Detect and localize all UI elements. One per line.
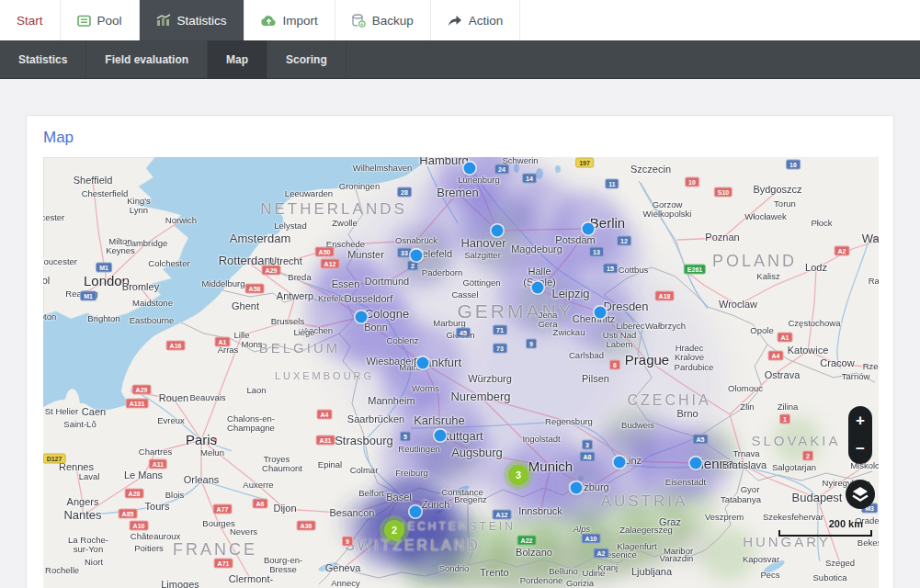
subtab-scoring[interactable]: Scoring xyxy=(267,40,346,78)
map-marker[interactable] xyxy=(411,250,423,262)
map-marker[interactable] xyxy=(356,311,368,323)
zoom-in-button[interactable]: + xyxy=(848,406,872,435)
pool-icon xyxy=(77,14,91,28)
map-cluster[interactable]: 2 xyxy=(384,520,404,540)
map-cluster[interactable]: 3 xyxy=(508,465,528,485)
card-title: Map xyxy=(43,129,877,147)
tab-label: Start xyxy=(17,14,43,28)
map-marker[interactable] xyxy=(464,163,476,175)
subtab-field-evaluation[interactable]: Field evaluation xyxy=(86,40,208,78)
map-marker[interactable] xyxy=(492,225,504,237)
tab-label: Import xyxy=(283,14,318,28)
tab-label: Action xyxy=(469,14,504,28)
subtab-map[interactable]: Map xyxy=(208,40,267,78)
scale-line xyxy=(778,530,872,537)
scale-bar: 200 km xyxy=(778,518,872,537)
map-marker[interactable] xyxy=(690,458,702,469)
tab-label: Statistics xyxy=(177,14,227,28)
tab-start[interactable]: Start xyxy=(0,0,61,40)
map-marker[interactable] xyxy=(595,307,607,319)
top-nav: StartPoolStatisticsImportBackupAction xyxy=(0,0,920,40)
map-marker[interactable] xyxy=(571,482,583,494)
tab-pool[interactable]: Pool xyxy=(61,0,140,40)
layers-button[interactable] xyxy=(846,480,875,509)
statistics-icon xyxy=(156,14,171,27)
layers-icon xyxy=(851,486,869,503)
map-marker[interactable] xyxy=(435,430,447,442)
tab-import[interactable]: Import xyxy=(244,0,335,40)
map-marker[interactable] xyxy=(410,506,422,518)
subtab-statistics[interactable]: Statistics xyxy=(0,40,86,78)
map-card: Map xyxy=(26,115,894,588)
tab-label: Backup xyxy=(372,14,414,28)
action-icon xyxy=(448,15,462,27)
backup-icon xyxy=(352,14,366,28)
map-marker[interactable] xyxy=(583,223,595,235)
map-marker[interactable] xyxy=(417,357,429,369)
tab-backup[interactable]: Backup xyxy=(335,0,431,40)
tab-action[interactable]: Action xyxy=(431,0,521,40)
map-markers: 32 xyxy=(43,157,879,588)
map-marker[interactable] xyxy=(614,457,626,469)
page-content: Map xyxy=(0,79,920,588)
scale-label: 200 km xyxy=(778,518,872,529)
zoom-control: + − xyxy=(848,406,872,464)
map[interactable]: NETHERLANDSBELGIUMLUXEMBOURGGERMANYFRANC… xyxy=(43,157,879,588)
tab-statistics[interactable]: Statistics xyxy=(140,0,244,40)
import-icon xyxy=(261,15,277,27)
sub-nav: StatisticsField evaluationMapScoring xyxy=(0,40,920,79)
map-marker[interactable] xyxy=(532,282,544,294)
zoom-out-button[interactable]: − xyxy=(848,435,872,465)
tab-label: Pool xyxy=(97,14,122,28)
